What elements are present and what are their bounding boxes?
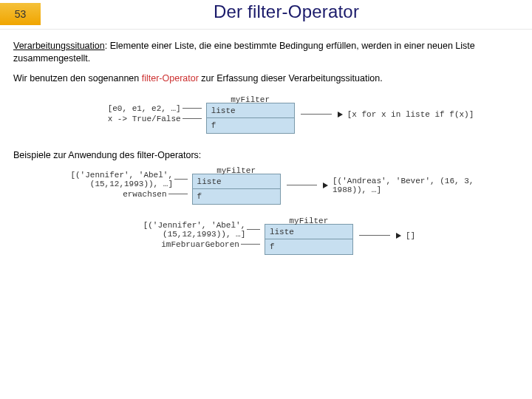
port-liste: liste [207, 103, 294, 118]
box-title: myFilter [206, 95, 295, 104]
input-liste-value: [('Jennifer', 'Abel', (15,12,1993)), …] [117, 221, 245, 239]
arrow-line-icon [168, 194, 188, 194]
diagram-example-2: [('Jennifer', 'Abel', (15,12,1993)), …] … [44, 216, 488, 255]
arrow-line-icon [287, 185, 317, 185]
diagram-inputs: [e0, e1, e2, …] x -> True/False [58, 104, 206, 125]
port-liste: liste [193, 174, 280, 189]
page-number-box: 53 [0, 3, 41, 25]
input-f-value: imFebruarGeboren [161, 240, 239, 249]
diagram-example-1: [('Jennifer', 'Abel', (15,12,1993)), …] … [44, 166, 488, 205]
diagram-inputs: [('Jennifer', 'Abel', (15,12,1993)), …] … [44, 171, 192, 200]
arrow-line-icon [247, 229, 260, 230]
input-f-value: erwachsen [123, 190, 166, 199]
arrow-line-icon [241, 244, 260, 245]
slide-header: 53 Der filter-Operator [0, 0, 532, 30]
diagram-output: [x for x in liste if f(x)] [299, 110, 474, 119]
filter-box: liste f [206, 103, 295, 134]
output-value: [] [406, 231, 415, 240]
diagram-row: [('Jennifer', 'Abel', (15,12,1993)), …] … [44, 216, 488, 255]
para2-operator: filter-Operator [142, 73, 199, 83]
input-f-value: x -> True/False [108, 115, 181, 123]
paragraph-2: Wir benutzen den sogenannen filter-Opera… [13, 72, 519, 85]
port-liste: liste [265, 225, 352, 239]
triangle-right-icon [323, 183, 328, 188]
port-f: f [265, 239, 352, 254]
output-value: [('Andreas', 'Bever', (16, 3, 1988)), …] [332, 177, 488, 194]
triangle-right-icon [396, 233, 401, 239]
arrow-line-icon [174, 179, 188, 180]
arrow-line-icon [183, 108, 202, 109]
box-title: myFilter [265, 216, 353, 225]
diagram-output: [] [358, 231, 415, 240]
slide-content: Verarbeitungssituation: Elemente einer L… [0, 34, 532, 255]
para2-post: zur Erfassung dieser Verarbeitungssituat… [199, 73, 383, 83]
examples-heading: Beispiele zur Anwendung des filter-Opera… [13, 150, 519, 160]
arrow-line-icon [301, 114, 332, 115]
arrow-line-icon [183, 118, 202, 119]
diagram-row: [('Jennifer', 'Abel', (15,12,1993)), …] … [44, 166, 488, 205]
filter-box: liste f [192, 174, 281, 205]
input-liste-value: [('Jennifer', 'Abel', (15,12,1993)), …] [44, 171, 173, 188]
diagram-inputs: [('Jennifer', 'Abel', (15,12,1993)), …] … [117, 221, 265, 250]
page-number: 53 [15, 8, 27, 20]
filter-box: liste f [265, 224, 353, 255]
diagram-output: [('Andreas', 'Bever', (16, 3, 1988)), …] [285, 177, 488, 194]
paragraph-1: Verarbeitungssituation: Elemente einer L… [13, 40, 519, 65]
input-liste-value: [e0, e1, e2, …] [108, 104, 181, 113]
box-title: myFilter [192, 166, 281, 175]
para2-pre: Wir benutzen den sogenannen [13, 73, 142, 83]
port-f: f [207, 118, 294, 133]
triangle-right-icon [338, 112, 343, 117]
slide-title: Der filter-Operator [41, 0, 532, 22]
port-f: f [193, 189, 280, 204]
diagram-row: [e0, e1, e2, …] x -> True/False myFilter… [44, 95, 488, 134]
para1-lead: Verarbeitungssituation [13, 41, 105, 51]
output-value: [x for x in liste if f(x)] [347, 110, 474, 119]
arrow-line-icon [359, 235, 390, 236]
diagram-generic: [e0, e1, e2, …] x -> True/False myFilter… [44, 95, 488, 134]
